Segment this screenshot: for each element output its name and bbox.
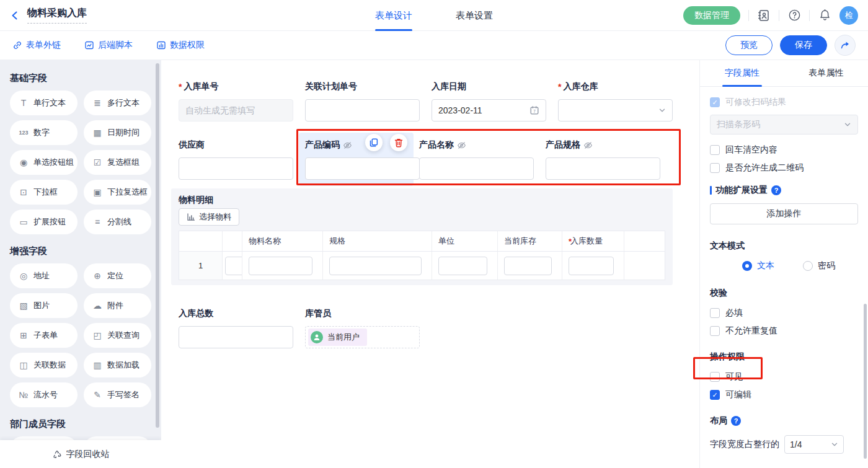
product-code-input[interactable] (305, 157, 420, 180)
total-qty-input[interactable] (179, 326, 293, 348)
chevron-down-icon (831, 441, 838, 448)
spec-input[interactable] (329, 257, 422, 275)
checkbox-required[interactable]: 必填 (710, 307, 858, 319)
field-item-related-data[interactable]: ◫关联数据 (10, 353, 78, 377)
help-icon[interactable]: ? (771, 185, 781, 195)
field-item-datetime[interactable]: ▦日期时间 (84, 120, 151, 145)
checkbox-label: 是否允许生成二维码 (725, 162, 804, 174)
scan-type-select[interactable]: 扫描条形码 (710, 115, 858, 135)
field-item-serial-number[interactable]: №流水号 (10, 382, 78, 407)
multiselect-icon: ▣ (92, 187, 103, 197)
data-permission-link[interactable]: 数据权限 (156, 40, 205, 51)
field-item-address[interactable]: ◎地址 (10, 263, 78, 288)
keeper-member-box[interactable]: 当前用户 (305, 326, 420, 348)
tab-field-properties[interactable]: 字段属性 (700, 60, 784, 86)
tab-form-settings[interactable]: 表单设置 (456, 0, 493, 31)
field-inbound-no[interactable]: *入库单号 (179, 81, 293, 121)
field-item-select[interactable]: ⊡下拉框 (10, 180, 78, 205)
data-manage-button[interactable]: 数据管理 (683, 6, 740, 25)
help-icon[interactable] (787, 9, 801, 22)
unit-input[interactable] (438, 257, 487, 275)
form-external-link[interactable]: 表单外链 (12, 40, 61, 51)
tag-label: 当前用户 (327, 332, 360, 343)
field-product-spec[interactable]: 产品规格 (546, 139, 660, 180)
field-item-image[interactable]: ▧图片 (10, 293, 78, 318)
field-item-radio-group[interactable]: ◉单选按钮组 (10, 150, 78, 175)
panel-scrollbar[interactable] (864, 304, 867, 459)
checkbox-allow-qrcode[interactable]: 是否允许生成二维码 (710, 162, 858, 174)
delete-field-button[interactable] (390, 134, 407, 151)
field-item-single-line-text[interactable]: T单行文本 (10, 91, 78, 115)
field-item-divider[interactable]: ≡分割线 (84, 210, 151, 234)
field-inbound-date[interactable]: 入库日期 2023-02-11 (432, 81, 546, 121)
tab-form-properties[interactable]: 表单属性 (784, 60, 868, 86)
checkbox-no-duplicate[interactable]: 不允许重复值 (710, 325, 858, 337)
save-button[interactable]: 保存 (780, 35, 827, 55)
section-extension-settings: 功能扩展设置 ? (710, 185, 858, 196)
tab-form-design[interactable]: 表单设计 (375, 0, 412, 31)
layout-width-row: 字段宽度占整行的 1/4 (710, 435, 858, 454)
product-spec-input[interactable] (546, 157, 660, 180)
field-product-name[interactable]: 产品名称 (419, 139, 534, 180)
back-button[interactable] (10, 11, 20, 20)
supplier-input[interactable] (179, 157, 293, 180)
field-warehouse[interactable]: *入库仓库 (558, 81, 673, 121)
field-total-qty[interactable]: 入库总数 (179, 307, 293, 348)
product-name-input[interactable] (419, 157, 534, 180)
preview-button[interactable]: 预览 (725, 35, 773, 55)
field-recycle-bin[interactable]: 字段回收站 (0, 440, 161, 468)
checkbox-enter-clear[interactable]: 回车清空内容 (710, 144, 858, 156)
warehouse-select[interactable] (558, 99, 673, 121)
clipped-input[interactable] (225, 257, 242, 275)
plan-no-input[interactable] (305, 99, 420, 121)
contacts-book-icon[interactable] (757, 9, 771, 22)
help-icon[interactable]: ? (731, 416, 741, 426)
material-detail-subform[interactable]: 物料明细 选择物料 物料名称 规格 单位 当前库存 *入库数量 1 (171, 188, 673, 285)
avatar[interactable]: 检 (839, 6, 858, 25)
current-stock-input[interactable] (504, 257, 552, 275)
backend-script-link[interactable]: 后端脚本 (84, 40, 133, 51)
radio-password[interactable]: 密码 (803, 260, 835, 272)
checkbox-editable[interactable]: ✓ 可编辑 (710, 389, 858, 400)
notification-bell-icon[interactable] (818, 9, 831, 22)
field-item-location[interactable]: ⊕定位 (84, 263, 151, 288)
button-label: 选择物料 (199, 211, 231, 223)
field-item-attachment[interactable]: ☁附件 (84, 293, 151, 318)
field-label: 流水号 (33, 389, 58, 400)
field-item-subform[interactable]: ⊞子表单 (10, 323, 78, 348)
select-material-button[interactable]: 选择物料 (179, 208, 239, 226)
field-item-multi-line-text[interactable]: ≣多行文本 (84, 91, 151, 115)
current-user-tag[interactable]: 当前用户 (308, 329, 367, 346)
field-supplier[interactable]: 供应商 (179, 139, 293, 180)
checkbox-visible[interactable]: 可见 (710, 371, 858, 382)
inbound-no-input[interactable] (179, 99, 293, 121)
field-label: 扩展按钮 (33, 216, 66, 227)
add-action-button[interactable]: 添加操作 (710, 203, 858, 224)
field-plan-no[interactable]: 关联计划单号 (305, 81, 420, 121)
sidebar-scrollbar[interactable] (156, 63, 159, 428)
field-item-checkbox-group[interactable]: ☑复选框组 (84, 150, 151, 175)
field-item-data-load[interactable]: ▥数据加载 (84, 353, 151, 377)
field-width-select[interactable]: 1/4 (784, 435, 844, 454)
layout-label: 字段宽度占整行的 (710, 439, 779, 450)
material-name-input[interactable] (249, 257, 312, 275)
field-warehouse-keeper[interactable]: 库管员 当前用户 (305, 307, 420, 348)
field-label: 图片 (33, 300, 50, 311)
field-label: 关联数据 (33, 360, 66, 371)
field-item-number[interactable]: 123数字 (10, 120, 78, 145)
copy-icon (369, 138, 379, 148)
copy-field-button[interactable] (365, 134, 383, 151)
field-product-code-selected[interactable]: 产品编码 (299, 133, 414, 186)
field-item-extend-button[interactable]: ▭扩展按钮 (10, 210, 78, 234)
required-asterisk: * (558, 82, 561, 92)
checkbox-editable-scan-result[interactable]: ✓ 可修改扫码结果 (710, 97, 858, 108)
inbound-date-input[interactable]: 2023-02-11 (432, 99, 546, 121)
inbound-qty-input[interactable] (569, 257, 614, 275)
radio-text[interactable]: 文本 (742, 260, 774, 272)
share-button[interactable] (835, 35, 856, 56)
checkbox-unchecked (710, 372, 720, 382)
page-title[interactable]: 物料采购入库 (27, 7, 87, 24)
field-item-signature[interactable]: ✎手写签名 (84, 382, 151, 407)
field-item-lookup-query[interactable]: ◰关联查询 (84, 323, 151, 348)
field-item-multi-select[interactable]: ▣下拉复选框 (84, 180, 151, 205)
